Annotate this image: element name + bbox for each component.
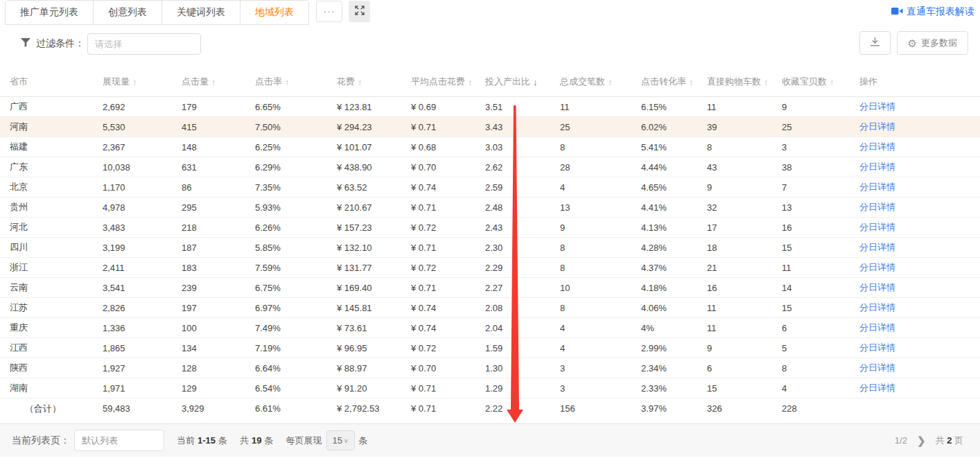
daily-detail-link[interactable]: 分日详情 — [859, 342, 895, 353]
cell-avg_cpc: ¥ 0.74 — [411, 182, 485, 193]
daily-detail-link[interactable]: 分日详情 — [859, 202, 895, 212]
column-header-carts[interactable]: 直接购物车数↑ — [707, 76, 782, 88]
cell-clicks: 134 — [182, 343, 255, 353]
column-header-cost[interactable]: 花费↑ — [337, 76, 411, 88]
column-header-clicks[interactable]: 点击量↑ — [182, 76, 255, 88]
cell-avg_cpc: ¥ 0.74 — [411, 303, 485, 313]
column-header-roi[interactable]: 投入产出比↓ — [485, 76, 560, 88]
column-header-orders[interactable]: 总成交笔数↑ — [560, 76, 641, 88]
cell-impressions: 2,692 — [103, 102, 182, 112]
cell-cost: ¥ 2,792.53 — [337, 403, 411, 414]
cell-orders: 8 — [560, 243, 641, 253]
table-row: 云南3,5412396.75%¥ 169.40¥ 0.712.27104.18%… — [0, 278, 980, 298]
list-name-input[interactable] — [74, 430, 164, 451]
table-body: 广西2,6921796.65%¥ 123.81¥ 0.693.51116.15%… — [0, 97, 980, 419]
daily-detail-link[interactable]: 分日详情 — [859, 362, 895, 373]
cell-orders: 8 — [560, 303, 641, 313]
cell-avg_cpc: ¥ 0.72 — [411, 222, 485, 233]
cell-impressions: 3,541 — [103, 283, 182, 293]
daily-detail-link[interactable]: 分日详情 — [859, 302, 895, 313]
daily-detail-link[interactable]: 分日详情 — [859, 242, 895, 252]
fullscreen-button[interactable] — [349, 1, 370, 22]
column-header-impressions[interactable]: 展现量↑ — [103, 76, 182, 88]
cell-clicks: 187 — [182, 243, 255, 253]
cell-ctr: 5.93% — [255, 202, 337, 213]
next-page-button[interactable]: ❯ — [917, 435, 926, 447]
sort-desc-icon[interactable]: ↓ — [533, 77, 538, 87]
cell-ctr: 6.54% — [255, 383, 337, 394]
cell-cvr: 4.41% — [641, 202, 707, 213]
daily-detail-link[interactable]: 分日详情 — [859, 222, 895, 232]
pages-prefix: 共 — [936, 435, 945, 446]
tab-keyword-list[interactable]: 关键词列表 — [162, 1, 240, 24]
cell-impressions: 1,865 — [103, 343, 182, 353]
filter-select-input[interactable] — [87, 33, 201, 55]
daily-detail-link[interactable]: 分日详情 — [859, 383, 895, 393]
cell-ctr: 7.19% — [255, 343, 337, 353]
column-header-avg_cpc[interactable]: 平均点击花费↑ — [411, 76, 485, 88]
daily-detail-link[interactable]: 分日详情 — [859, 161, 895, 172]
table-header: 省市展现量↑点击量↑点击率↑花费↑平均点击花费↑投入产出比↓总成交笔数↑点击转化… — [0, 67, 980, 97]
sort-asc-icon[interactable]: ↑ — [830, 77, 834, 87]
cell-province: 云南 — [10, 281, 103, 294]
cell-action: 分日详情 — [859, 221, 980, 234]
report-guide-link[interactable]: 直通车报表解读 — [891, 6, 974, 18]
cell-orders: 3 — [560, 363, 641, 374]
cell-roi: 1.30 — [485, 363, 560, 374]
sort-asc-icon[interactable]: ↑ — [608, 77, 613, 87]
cell-province: 江苏 — [10, 301, 103, 314]
cell-roi: 2.22 — [485, 403, 560, 414]
chevron-down-icon: ∨ — [344, 437, 349, 444]
sort-asc-icon[interactable]: ↑ — [764, 77, 769, 87]
cell-cost: ¥ 169.40 — [337, 283, 411, 293]
daily-detail-link[interactable]: 分日详情 — [859, 182, 895, 192]
tab-promotion-unit-list[interactable]: 推广单元列表 — [6, 1, 94, 24]
cell-avg_cpc: ¥ 0.68 — [411, 142, 485, 152]
per-page-select[interactable]: 15 ∨ — [326, 430, 355, 450]
daily-detail-link[interactable]: 分日详情 — [859, 101, 895, 112]
more-data-button[interactable]: ⚙ 更多数据 — [897, 31, 968, 55]
tab-region-list[interactable]: 地域列表 — [240, 1, 308, 24]
table-row: 北京1,170867.35%¥ 63.52¥ 0.742.5944.65%97分… — [0, 177, 980, 198]
cell-favorites: 9 — [782, 102, 859, 112]
range-text: 当前 1-15 条 — [177, 435, 227, 447]
cell-province: 福建 — [10, 141, 103, 153]
cell-province: 广西 — [10, 100, 103, 113]
cell-roi: 2.48 — [485, 202, 560, 213]
cell-avg_cpc: ¥ 0.71 — [411, 243, 485, 253]
cell-impressions: 2,826 — [103, 303, 182, 313]
download-button[interactable] — [859, 31, 891, 55]
pagination-bar: 当前列表页： 当前 1-15 条 共 19 条 每页展现 15 ∨ 条 1/2 … — [0, 423, 980, 457]
cell-cost: ¥ 438.90 — [337, 162, 411, 173]
sort-asc-icon[interactable]: ↑ — [468, 77, 473, 87]
cell-cost: ¥ 123.81 — [337, 102, 411, 112]
daily-detail-link[interactable]: 分日详情 — [859, 121, 895, 132]
cell-action: 分日详情 — [859, 100, 980, 113]
cell-ctr: 6.65% — [255, 102, 337, 112]
column-header-favorites[interactable]: 收藏宝贝数↑ — [782, 76, 859, 88]
daily-detail-link[interactable]: 分日详情 — [859, 282, 895, 292]
sort-asc-icon[interactable]: ↑ — [358, 77, 362, 87]
daily-detail-link[interactable]: 分日详情 — [859, 262, 895, 272]
daily-detail-link[interactable]: 分日详情 — [859, 141, 895, 152]
cell-action: 分日详情 — [859, 161, 980, 173]
cell-action: 分日详情 — [859, 362, 980, 374]
tab-creative-list[interactable]: 创意列表 — [94, 1, 162, 24]
daily-detail-link[interactable]: 分日详情 — [859, 322, 895, 333]
cell-clicks: 129 — [182, 383, 255, 394]
cell-cost: ¥ 157.23 — [337, 222, 411, 233]
column-label: 操作 — [859, 76, 877, 88]
more-tabs-button[interactable]: ··· — [316, 1, 342, 22]
cell-cvr: 6.02% — [641, 122, 707, 132]
sort-asc-icon[interactable]: ↑ — [211, 77, 216, 87]
sort-asc-icon[interactable]: ↑ — [689, 77, 694, 87]
column-header-ctr[interactable]: 点击率↑ — [255, 76, 337, 88]
cell-carts: 326 — [707, 403, 782, 414]
sort-asc-icon[interactable]: ↑ — [132, 77, 137, 87]
column-header-cvr[interactable]: 点击转化率↑ — [641, 76, 707, 88]
cell-avg_cpc: ¥ 0.72 — [411, 343, 485, 353]
cell-orders: 3 — [560, 383, 641, 394]
cell-province: 广东 — [10, 161, 103, 173]
cell-roi: 2.62 — [485, 162, 560, 173]
sort-asc-icon[interactable]: ↑ — [285, 77, 290, 87]
